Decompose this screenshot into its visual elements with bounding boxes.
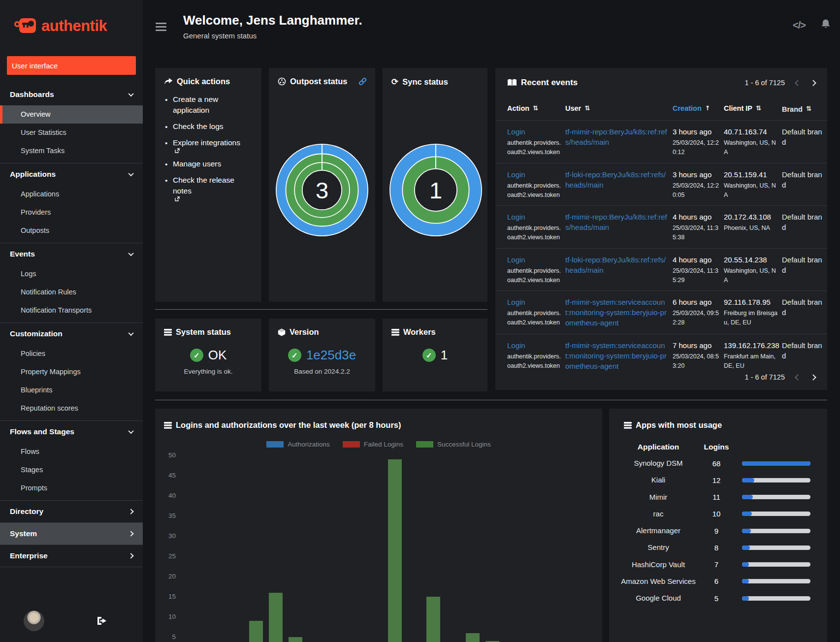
sidebar-item-user-statistics[interactable]: User Statistics: [0, 124, 143, 142]
quick-actions-card: Quick actions Create a new applicationCh…: [155, 68, 261, 302]
event-time-absolute: 25/03/2024, 12:20:05: [673, 181, 720, 200]
chart-bar-successful-logins: [269, 593, 283, 642]
legend-item-successful-logins[interactable]: Successful Logins: [416, 441, 491, 448]
app-usage-bar-fill: [742, 529, 751, 533]
pagination-bottom: 1 - 6 of 7125: [745, 373, 815, 381]
sidebar-item-notification-rules[interactable]: Notification Rules: [0, 283, 143, 301]
column-header-user[interactable]: User⇅: [565, 104, 668, 112]
event-user-link[interactable]: tf-loki-repo:BeryJu/k8s:ref:refs/heads/m…: [565, 169, 668, 190]
event-action-link[interactable]: Login: [507, 127, 525, 137]
chevron-down-icon: [128, 171, 133, 176]
pagination-next-icon[interactable]: [810, 374, 816, 381]
user-interface-button[interactable]: User interface: [7, 56, 136, 75]
topbar: Welcome, Jens Langhammer. General system…: [143, 0, 840, 55]
quick-action-link-check-the-release-notes[interactable]: Check the release notes: [173, 176, 253, 201]
sidebar-item-logs[interactable]: Logs: [0, 265, 143, 283]
legend-swatch: [343, 441, 360, 448]
sidebar-item-prompts[interactable]: Prompts: [0, 479, 143, 497]
sidebar-item-property-mappings[interactable]: Property Mappings: [0, 363, 143, 381]
hamburger-menu-icon[interactable]: [156, 23, 166, 33]
event-action-link[interactable]: Login: [507, 212, 525, 222]
chevron-down-icon: [128, 428, 133, 434]
divider: [155, 309, 487, 310]
sidebar-section-label: Applications: [10, 170, 56, 179]
sidebar-item-system[interactable]: System: [0, 523, 143, 545]
notifications-bell-icon[interactable]: [819, 18, 832, 31]
event-action-link[interactable]: Login: [507, 297, 525, 307]
api-code-icon[interactable]: </>: [793, 20, 806, 31]
column-header-client-ip[interactable]: Client IP⇅: [724, 104, 778, 112]
avatar[interactable]: [24, 610, 44, 631]
pagination-prev-icon[interactable]: [795, 80, 801, 86]
sidebar-item-applications[interactable]: Applications: [0, 185, 143, 203]
event-user-link[interactable]: tf-mimir-repo:BeryJu/k8s:ref:refs/heads/…: [565, 212, 668, 232]
quick-action-link-manage-users[interactable]: Manage users: [173, 160, 221, 168]
sidebar-item-events[interactable]: Events: [0, 243, 143, 265]
sidebar-item-enterprise[interactable]: Enterprise: [0, 545, 143, 567]
sidebar-item-flows-and-stages[interactable]: Flows and Stages: [0, 421, 143, 443]
event-user-link[interactable]: tf-mimir-repo:BeryJu/k8s:ref:refs/heads/…: [565, 127, 668, 147]
sidebar-item-system-tasks[interactable]: System Tasks: [0, 142, 143, 160]
event-time-absolute: 25/03/2024, 11:35:38: [673, 224, 720, 242]
column-header-action[interactable]: Action⇅: [507, 104, 562, 112]
event-action-link[interactable]: Login: [507, 255, 525, 265]
pagination-next-icon[interactable]: [810, 80, 816, 86]
sidebar-item-reputation-scores[interactable]: Reputation scores: [0, 399, 143, 417]
column-label: Brand: [782, 104, 803, 114]
chart-bar-successful-logins: [289, 637, 302, 642]
column-header-brand[interactable]: Brand⇅: [782, 104, 825, 114]
app-usage-row: Amazon Web Services6: [609, 577, 827, 586]
app-usage-bar-fill: [742, 596, 749, 601]
event-user-link[interactable]: tf-mimir-system:serviceaccount:monitorin…: [565, 297, 668, 328]
event-time-absolute: 25/03/2024, 12:20:12: [673, 138, 720, 157]
legend-item-authorizations[interactable]: Authorizations: [266, 441, 330, 448]
y-axis-tick: 20: [159, 573, 176, 580]
event-user-link[interactable]: tf-loki-repo:BeryJu/k8s:ref:refs/heads/m…: [565, 255, 668, 275]
sidebar-item-overview[interactable]: Overview: [0, 105, 143, 124]
sidebar-item-flows[interactable]: Flows: [0, 443, 143, 461]
server-icon: [624, 422, 632, 429]
chevron-right-icon: [128, 509, 133, 514]
sidebar-item-stages[interactable]: Stages: [0, 461, 143, 479]
sign-out-icon[interactable]: [96, 616, 108, 626]
event-time-absolute: 25/03/2024, 09:52:28: [673, 309, 720, 327]
chart-bar-successful-logins: [466, 633, 480, 642]
sidebar-item-directory[interactable]: Directory: [0, 501, 143, 522]
event-action-link[interactable]: Login: [507, 340, 525, 351]
event-geo: Washington, US, NA: [724, 181, 778, 200]
external-link-icon: [175, 196, 180, 201]
event-action-link[interactable]: Login: [507, 169, 525, 180]
sidebar-item-applications[interactable]: Applications: [0, 163, 143, 185]
app-login-count: 10: [698, 510, 735, 518]
version-title: Version: [290, 327, 319, 337]
legend-item-failed-logins[interactable]: Failed Logins: [343, 441, 403, 448]
sidebar-item-dashboards[interactable]: Dashboards: [0, 84, 143, 105]
check-circle-icon: ✓: [190, 349, 203, 362]
version-value-link[interactable]: 1e25d3e: [306, 348, 356, 363]
link-icon[interactable]: [358, 77, 367, 86]
legend-swatch: [416, 441, 433, 448]
app-usage-bar: [742, 461, 810, 466]
sidebar-item-customization[interactable]: Customization: [0, 323, 143, 345]
sort-icon: ⇅: [806, 104, 811, 113]
chevron-right-icon: [128, 531, 133, 536]
pagination-prev-icon[interactable]: [795, 374, 801, 381]
sidebar-item-blueprints[interactable]: Blueprints: [0, 381, 143, 399]
column-header-creation[interactable]: Creation↑: [673, 104, 720, 112]
quick-action-link-explore-integrations[interactable]: Explore integrations: [173, 138, 253, 153]
recent-events-panel: Recent events 1 - 6 of 7125 Action⇅User⇅…: [495, 68, 827, 390]
sidebar-item-providers[interactable]: Providers: [0, 203, 143, 222]
logins-chart-panel: Logins and authorizations over the last …: [155, 409, 602, 642]
event-user-link[interactable]: tf-mimir-system:serviceaccount:monitorin…: [565, 340, 668, 371]
event-geo: Freiburg im Breisgau, DE, EU: [724, 309, 778, 327]
quick-action-link-check-the-logs[interactable]: Check the logs: [173, 122, 224, 130]
event-client-ip: 20.172.43.108: [724, 212, 778, 222]
sidebar-item-outposts[interactable]: Outposts: [0, 222, 143, 240]
events-table-header: Action⇅User⇅Creation↑Client IP⇅Brand⇅: [495, 99, 827, 120]
sidebar-item-policies[interactable]: Policies: [0, 345, 143, 363]
app-name: Mimir: [609, 492, 698, 502]
pagination-label: 1 - 6 of 7125: [745, 373, 785, 381]
sidebar-item-notification-transports[interactable]: Notification Transports: [0, 301, 143, 320]
chart-bar-successful-logins: [388, 459, 402, 642]
quick-action-link-create-a-new-application[interactable]: Create a new application: [173, 95, 218, 114]
